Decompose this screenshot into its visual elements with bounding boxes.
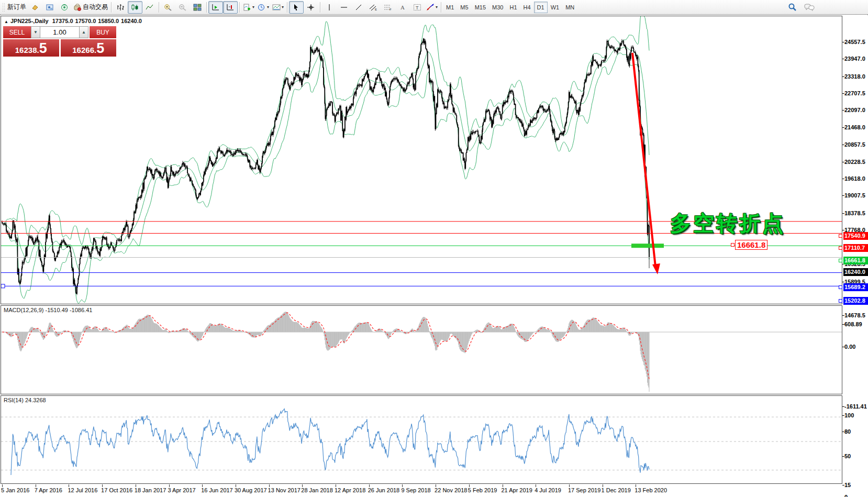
horizontal-line-button[interactable] [337, 1, 351, 14]
highlight-trend-segment[interactable] [631, 244, 664, 248]
svg-text:T: T [416, 5, 419, 10]
buy-quote[interactable]: 16266.5 [61, 39, 117, 57]
volume-input[interactable]: 1.00 [40, 26, 79, 38]
rsi-canvas[interactable] [1, 396, 842, 483]
dropdown-caret-icon: ▾ [282, 5, 284, 9]
macd-panel[interactable]: MACD(12,26,9) -1510.49 -1086.41 [1, 305, 842, 394]
line-chart-icon [146, 4, 154, 11]
mt4-window: 新订单 自动交易 ▾ ▾ ▾ E F A T ▾ M [0, 0, 868, 497]
timeframe-button-h4[interactable]: H4 [520, 2, 534, 13]
timeframe-button-m30[interactable]: M30 [489, 2, 506, 13]
arrows-button[interactable]: ▾ [425, 1, 439, 14]
volume-down-button[interactable]: ▼ [31, 26, 40, 38]
bar-chart-icon [116, 4, 125, 11]
sell-button[interactable]: SELL [3, 26, 31, 38]
line-anchor[interactable] [839, 259, 842, 262]
indicators-button[interactable]: ▾ [241, 1, 256, 14]
chat-button[interactable] [802, 1, 817, 14]
timeframe-button-m5[interactable]: M5 [457, 2, 471, 13]
crosshair-button[interactable] [304, 1, 318, 14]
price-tick-label: 20228.5 [844, 159, 865, 165]
price-tick-label: 14678.5 [844, 312, 865, 318]
autotrading-label: 自动交易 [83, 3, 108, 12]
timeframe-button-d1[interactable]: D1 [534, 2, 548, 13]
autotrading-button[interactable]: 自动交易 [72, 1, 109, 14]
macd-tick-label: 608.89 [844, 321, 862, 327]
vertical-line-icon [326, 4, 333, 11]
buy-button[interactable]: BUY [90, 26, 116, 38]
search-button[interactable] [785, 1, 800, 14]
sell-quote[interactable]: 16238.5 [3, 39, 59, 57]
arrows-icon [426, 4, 435, 11]
sell-off-arrow[interactable] [632, 53, 655, 267]
date-label: 5 Jan 2016 [1, 487, 29, 493]
line-anchor-left[interactable] [1, 284, 5, 288]
chart-shift-button[interactable] [223, 1, 238, 14]
chat-icon [804, 3, 815, 12]
ohlc-close: 16240.0 [121, 18, 142, 24]
text-button[interactable]: A [395, 1, 410, 14]
volume-up-button[interactable]: ▲ [79, 26, 88, 38]
line-anchor[interactable] [839, 234, 842, 238]
zoom-out-icon [179, 4, 187, 11]
text-label-button[interactable]: T [410, 1, 425, 14]
level-callout-label[interactable]: 16661.8 [735, 240, 767, 250]
auto-scroll-button[interactable] [208, 1, 223, 14]
sell-price-big-digit: 5 [39, 41, 47, 56]
line-anchor[interactable] [839, 285, 842, 289]
vertical-line-button[interactable] [322, 1, 337, 14]
periods-button[interactable]: ▾ [256, 1, 271, 14]
bar-chart-button[interactable] [113, 1, 128, 14]
cursor-button[interactable] [289, 1, 304, 14]
price-tick-label: 19618.0 [844, 175, 865, 182]
toolbar-grip[interactable] [2, 3, 5, 12]
metaeditor-button[interactable] [28, 1, 42, 14]
rsi-tick-label: 80 [844, 428, 851, 435]
auto-scroll-icon [212, 4, 220, 11]
price-tick-label: 21468.0 [844, 124, 865, 130]
trendline-icon [355, 4, 362, 11]
timeframe-button-m1[interactable]: M1 [443, 2, 457, 13]
timeframe-button-mn[interactable]: MN [562, 2, 577, 13]
metaeditor-icon [31, 4, 39, 11]
turning-point-annotation[interactable]: 多空转折点 [670, 209, 785, 238]
chart-shift-icon [226, 4, 235, 11]
zoom-in-button[interactable] [161, 1, 175, 14]
main-chart-canvas[interactable] [1, 16, 842, 304]
trendline-button[interactable] [351, 1, 366, 14]
rsi-panel[interactable]: RSI(14) 24.3268 [1, 395, 842, 484]
equidistant-channel-icon: E [369, 4, 377, 11]
fibonacci-icon: F [384, 4, 392, 11]
level-price-label: 15202.8 [843, 297, 868, 305]
level-price-label: 15689.2 [843, 283, 868, 291]
chart-area: ▲JPN225-,Daily 17375.017570.015850.01624… [0, 15, 868, 497]
macd-canvas[interactable] [1, 306, 842, 394]
timeframe-button-h1[interactable]: H1 [506, 2, 520, 13]
line-anchor[interactable] [839, 246, 842, 250]
market-watch-button[interactable] [42, 1, 57, 14]
candlestick-chart-button[interactable] [128, 1, 142, 14]
fibonacci-button[interactable]: F [381, 1, 395, 14]
collapse-icon[interactable]: ▲ [4, 19, 8, 24]
signal-button[interactable] [57, 1, 72, 14]
new-order-button[interactable]: 新订单 [6, 1, 28, 14]
text-icon: A [399, 4, 406, 11]
rsi-tick-label: 50 [844, 453, 851, 459]
line-anchor[interactable] [839, 299, 842, 303]
macd-histogram [2, 312, 649, 392]
line-chart-button[interactable] [142, 1, 157, 14]
timeframe-button-m15[interactable]: M15 [472, 2, 489, 13]
callout-anchor[interactable] [731, 243, 735, 247]
zoom-out-button[interactable] [175, 1, 190, 14]
date-label: 22 Nov 2018 [435, 487, 467, 493]
separator [111, 2, 112, 13]
timeframe-button-w1[interactable]: W1 [548, 2, 563, 13]
svg-text:F: F [390, 8, 392, 11]
date-label: 21 Apr 2019 [502, 487, 532, 493]
main-chart-panel[interactable]: ▲JPN225-,Daily 17375.017570.015850.01624… [1, 16, 842, 304]
date-label: 9 Sep 2018 [401, 487, 430, 493]
channel-button[interactable]: E [366, 1, 381, 14]
templates-button[interactable]: ▾ [271, 1, 285, 14]
tile-windows-button[interactable] [190, 1, 205, 14]
bollinger-lower-band [4, 53, 649, 303]
